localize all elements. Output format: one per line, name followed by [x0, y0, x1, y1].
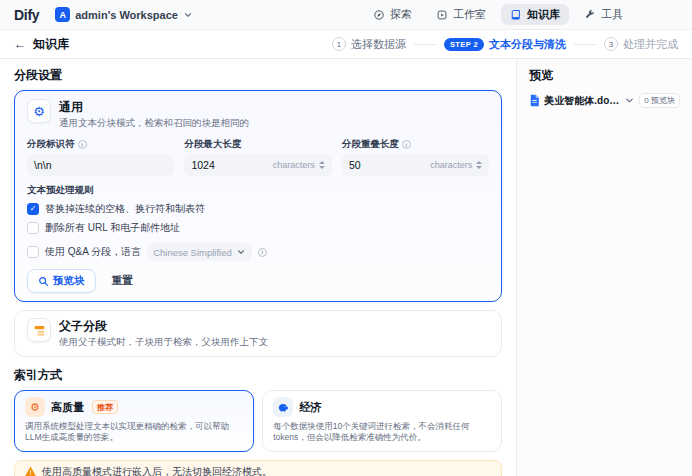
checkbox-unchecked[interactable]: [27, 222, 39, 234]
nav-explore[interactable]: 探索: [364, 4, 421, 25]
info-icon[interactable]: [258, 248, 267, 257]
compass-icon: [373, 9, 385, 21]
field-label: 分段标识符: [27, 138, 75, 151]
nav-label: 知识库: [527, 7, 560, 22]
info-icon[interactable]: [402, 140, 411, 149]
general-chunk-card[interactable]: ⚙ 通用 通用文本分块模式，检索和召回的块是相同的 分段标识符: [14, 90, 502, 302]
dify-logo[interactable]: Dify: [14, 7, 39, 23]
step-number: 3: [604, 37, 618, 51]
document-icon: [529, 94, 540, 107]
nav-label: 工具: [601, 7, 623, 22]
main-nav: 探索 工作室 知识库 工具: [364, 4, 632, 25]
qa-segmentation-row: 使用 Q&A 分段，语言 Chinese Simplified: [27, 243, 489, 261]
document-name: 美业智能体.docx: [544, 94, 620, 108]
general-card-description: 通用文本分块模式，检索和召回的块是相同的: [59, 117, 249, 130]
stepper[interactable]: [476, 161, 482, 169]
input-unit: characters: [273, 160, 315, 170]
nav-label: 工作室: [453, 7, 486, 22]
general-card-title: 通用: [59, 99, 249, 116]
step-1-data-source: 1 选择数据源: [332, 37, 406, 52]
step-number: 1: [332, 37, 346, 51]
preview-chunk-count-badge: 0 预览块: [639, 93, 680, 108]
page-header: ← 知识库 1 选择数据源 STEP 2 文本分段与清洗 3 处理并完成: [0, 30, 692, 59]
preview-title: 预览: [529, 67, 680, 84]
nav-knowledge[interactable]: 知识库: [501, 4, 569, 25]
warning-text: 使用高质量模式进行嵌入后，无法切换回经济模式。: [42, 465, 272, 476]
parent-child-title: 父子分段: [59, 318, 268, 335]
rule-label: 删除所有 URL 和电子邮件地址: [45, 221, 180, 235]
chevron-down-icon: [236, 247, 246, 257]
field-label: 分段重叠长度: [342, 138, 399, 151]
workspace-name: admin's Workspace: [75, 9, 178, 21]
parent-child-description: 使用父子模式时，子块用于检索，父块用作上下文: [59, 336, 268, 349]
overlap-input[interactable]: 50 characters: [342, 154, 489, 176]
preview-chunks-button[interactable]: 预览块: [27, 269, 96, 293]
recommended-badge: 推荐: [92, 400, 118, 414]
step-badge: STEP 2: [444, 38, 484, 51]
step-label: 文本分段与清洗: [489, 37, 566, 52]
stepper[interactable]: [319, 161, 325, 169]
topbar: Dify A admin's Workspace 探索 工作室 知识库 工具: [0, 0, 692, 30]
field-delimiter: 分段标识符: [27, 138, 174, 176]
preview-panel: 预览 美业智能体.docx 0 预览块: [516, 59, 692, 476]
knowledge-book-icon: [510, 9, 522, 21]
settings-column: 分段设置 ⚙ 通用 通用文本分块模式，检索和召回的块是相同的 分段标识符: [0, 59, 516, 476]
qa-language-select[interactable]: Chinese Simplified: [147, 243, 252, 261]
checkbox-checked[interactable]: [27, 203, 39, 215]
chunk-fields: 分段标识符 分段最大长度 1024 characters: [27, 138, 489, 176]
warning-icon: [25, 466, 36, 476]
embedding-warning: 使用高质量模式进行嵌入后，无法切换回经济模式。: [14, 460, 502, 476]
chevron-down-icon: [624, 94, 635, 107]
chevron-down-icon: [183, 10, 193, 20]
qa-label: 使用 Q&A 分段，语言: [45, 245, 141, 259]
back-to-knowledge[interactable]: ← 知识库: [14, 36, 69, 53]
rule-label: 替换掉连续的空格、换行符和制表符: [45, 202, 205, 216]
qa-checkbox[interactable]: [27, 246, 39, 258]
max-length-input[interactable]: 1024 characters: [184, 154, 331, 176]
dify-app: Dify A admin's Workspace 探索 工作室 知识库 工具: [0, 0, 692, 476]
quality-gear-icon: ⚙: [25, 397, 45, 417]
chunk-settings-title: 分段设置: [14, 67, 502, 84]
reset-button[interactable]: 重置: [104, 269, 141, 293]
preprocess-rules-title: 文本预处理规则: [27, 184, 489, 197]
magnifier-icon: [38, 276, 49, 287]
field-max-length: 分段最大长度 1024 characters: [184, 138, 331, 176]
input-value: 50: [349, 159, 426, 171]
rule-replace-whitespace[interactable]: 替换掉连续的空格、换行符和制表符: [27, 202, 489, 216]
index-method-options: ⚙ 高质量 推荐 调用系统模型处理文本以实现更精确的检索，可以帮助LLM生成高质…: [14, 390, 502, 452]
info-icon[interactable]: [78, 140, 87, 149]
index-method-title: 索引方式: [14, 367, 502, 384]
nav-label: 探索: [390, 7, 412, 22]
card-actions: 预览块 重置: [27, 269, 489, 293]
step-label: 处理并完成: [623, 37, 678, 52]
step-label: 选择数据源: [351, 37, 406, 52]
nav-studio[interactable]: 工作室: [427, 4, 495, 25]
delimiter-input[interactable]: [27, 154, 174, 176]
gear-icon: ⚙: [27, 99, 51, 123]
step-connector: [414, 44, 436, 45]
nav-tools[interactable]: 工具: [575, 4, 632, 25]
qa-language-value: Chinese Simplified: [153, 247, 232, 258]
preview-button-label: 预览块: [53, 274, 85, 288]
rule-remove-urls[interactable]: 删除所有 URL 和电子邮件地址: [27, 221, 489, 235]
option-economical[interactable]: 经济 每个数据块使用10个关键词进行检索，不会消耗任何tokens，但会以降低检…: [262, 390, 502, 452]
field-overlap: 分段重叠长度 50 characters: [342, 138, 489, 176]
workspace-avatar: A: [55, 7, 70, 22]
input-value: 1024: [191, 159, 268, 171]
workspace-switcher[interactable]: A admin's Workspace: [51, 5, 197, 24]
step-indicator: 1 选择数据源 STEP 2 文本分段与清洗 3 处理并完成: [332, 37, 678, 52]
option-high-quality[interactable]: ⚙ 高质量 推荐 调用系统模型处理文本以实现更精确的检索，可以帮助LLM生成高质…: [14, 390, 254, 452]
step-3-finish: 3 处理并完成: [604, 37, 678, 52]
option-title: 高质量: [51, 400, 84, 415]
step-connector: [574, 44, 596, 45]
tools-icon: [584, 9, 596, 21]
step-2-segmentation: STEP 2 文本分段与清洗: [444, 37, 566, 52]
option-description: 每个数据块使用10个关键词进行检索，不会消耗任何tokens，但会以降低检索准确…: [273, 421, 491, 444]
parent-child-chunk-card[interactable]: 父子分段 使用父子模式时，子块用于检索，父块用作上下文: [14, 310, 502, 357]
studio-icon: [436, 9, 448, 21]
piggy-bank-icon: [273, 397, 293, 417]
field-label: 分段最大长度: [184, 138, 241, 151]
content-area: 分段设置 ⚙ 通用 通用文本分块模式，检索和召回的块是相同的 分段标识符: [0, 59, 692, 476]
hierarchy-icon: [27, 318, 51, 342]
preview-document-selector[interactable]: 美业智能体.docx 0 预览块: [529, 93, 680, 108]
